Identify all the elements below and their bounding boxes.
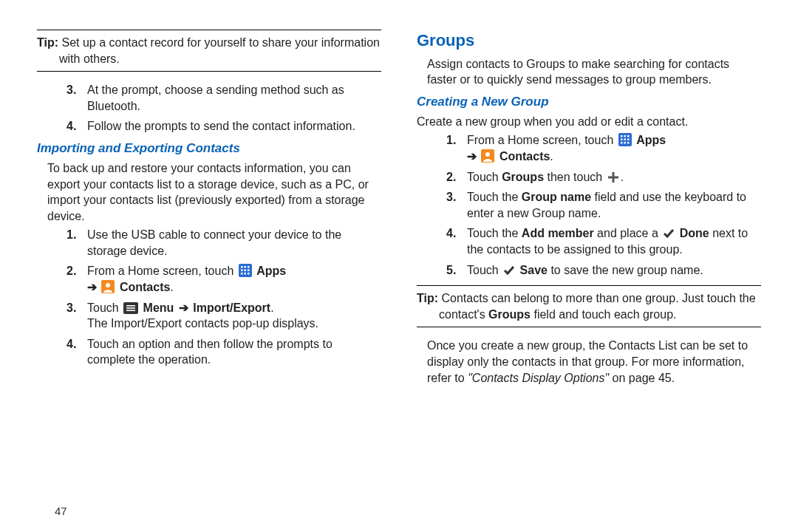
apps-icon — [239, 264, 252, 277]
svg-rect-1 — [241, 266, 243, 268]
step-text: Touch — [467, 171, 502, 183]
step-text: At the prompt, choose a sending method s… — [87, 83, 344, 112]
menu-label: Menu — [143, 301, 174, 314]
page-number: 47 — [55, 504, 67, 519]
svg-rect-5 — [244, 270, 246, 272]
apps-label: Apps — [256, 265, 286, 277]
step-3: Touch Menu ➔ Import/Export. The Import/E… — [66, 300, 381, 332]
subsection-heading: Importing and Exporting Contacts — [37, 140, 381, 157]
create-group-steps: From a Home screen, touch Apps ➔ — [417, 132, 761, 278]
svg-rect-18 — [624, 135, 626, 137]
svg-rect-29 — [608, 176, 618, 178]
step-3: At the prompt, choose a sending method s… — [66, 82, 381, 114]
step-text: Touch the — [467, 227, 522, 239]
step-1: Use the USB cable to connect your device… — [66, 227, 381, 259]
rule — [37, 30, 381, 30]
step-text: and place a — [597, 227, 661, 239]
step-text: Follow the prompts to send the contact i… — [87, 120, 355, 132]
manual-page: Tip: Set up a contact record for yoursel… — [0, 0, 798, 532]
rule — [37, 71, 381, 72]
svg-rect-21 — [624, 139, 626, 141]
tip-text: Set up a contact record for yourself to … — [59, 36, 380, 65]
groups-label: Groups — [502, 171, 544, 183]
checkmark-icon — [503, 265, 515, 276]
contacts-label: Contacts — [499, 150, 550, 163]
step-text: From a Home screen, touch — [87, 265, 237, 277]
svg-rect-4 — [241, 270, 243, 272]
svg-rect-6 — [248, 270, 250, 272]
svg-point-11 — [106, 283, 110, 287]
import-export-label: Import/Export — [193, 301, 270, 314]
svg-rect-2 — [244, 266, 246, 268]
svg-rect-9 — [248, 273, 250, 275]
step-text: Touch — [467, 264, 502, 276]
after-text: on page 45. — [613, 372, 675, 384]
after-note: Once you create a new group, the Contact… — [427, 338, 761, 386]
tip-block: Tip: Set up a contact record for yoursel… — [37, 35, 381, 66]
apps-icon — [618, 133, 632, 146]
step-2: From a Home screen, touch Apps ➔ — [66, 263, 381, 295]
step-text: Touch an option and then follow the prom… — [87, 338, 332, 366]
arrow-icon: ➔ — [467, 150, 477, 163]
step-4: Touch an option and then follow the prom… — [66, 336, 381, 368]
step-4: Touch the Add member and place a Done ne… — [446, 225, 761, 257]
subsection-heading: Creating a New Group — [417, 94, 761, 111]
svg-point-27 — [485, 152, 490, 157]
svg-rect-24 — [624, 142, 626, 144]
step-text: then touch — [547, 171, 605, 183]
step-2: Touch Groups then touch . — [446, 169, 761, 185]
rule — [417, 285, 761, 286]
step-text: Touch — [87, 301, 122, 314]
svg-rect-23 — [621, 142, 623, 144]
tip-label: Tip: — [37, 36, 58, 49]
step-text: to save the new group name. — [550, 264, 703, 276]
tip-text: field and touch each group. — [533, 308, 676, 321]
subsection-intro: To back up and restore your contacts inf… — [47, 160, 381, 224]
contacts-label: Contacts — [120, 281, 170, 293]
continued-steps: At the prompt, choose a sending method s… — [37, 82, 381, 134]
arrow-icon: ➔ — [87, 281, 97, 293]
done-label: Done — [680, 227, 709, 239]
group-name-label: Group name — [522, 191, 591, 203]
save-label: Save — [520, 264, 548, 276]
step-5: Touch Save to save the new group name. — [446, 262, 761, 279]
svg-rect-22 — [627, 139, 630, 141]
arrow-icon: ➔ — [179, 301, 188, 314]
svg-rect-20 — [621, 139, 623, 141]
svg-rect-17 — [621, 135, 623, 137]
svg-rect-19 — [627, 135, 630, 137]
menu-icon — [123, 302, 138, 314]
section-intro: Assign contacts to Groups to make search… — [427, 56, 761, 88]
contacts-icon — [481, 149, 494, 163]
checkmark-icon — [663, 228, 675, 239]
tip-label: Tip: — [417, 292, 438, 304]
contacts-icon — [101, 280, 115, 293]
step-text: Use the USB cable to connect your device… — [87, 228, 341, 257]
rule — [417, 327, 761, 327]
left-column: Tip: Set up a contact record for yoursel… — [37, 30, 381, 532]
step-text: Touch the — [467, 191, 522, 203]
svg-rect-7 — [241, 273, 243, 275]
groups-field-label: Groups — [488, 308, 531, 321]
svg-rect-3 — [248, 266, 250, 268]
step-4: Follow the prompts to send the contact i… — [66, 118, 381, 134]
svg-rect-25 — [627, 142, 630, 144]
svg-rect-15 — [126, 310, 135, 311]
step-1: From a Home screen, touch Apps ➔ — [446, 132, 761, 164]
step-text: From a Home screen, touch — [467, 134, 617, 146]
tip-block: Tip: Contacts can belong to more than on… — [417, 290, 761, 322]
right-column: Groups Assign contacts to Groups to make… — [417, 30, 761, 532]
svg-rect-13 — [126, 305, 135, 307]
svg-rect-14 — [126, 307, 135, 309]
plus-icon — [607, 171, 619, 183]
cross-reference: "Contacts Display Options" — [468, 372, 609, 384]
svg-rect-8 — [244, 273, 246, 275]
add-member-label: Add member — [522, 227, 594, 239]
apps-label: Apps — [636, 134, 666, 146]
import-export-steps: Use the USB cable to connect your device… — [37, 227, 381, 368]
subsection-intro: Create a new group when you add or edit … — [417, 114, 761, 130]
step-subtext: The Import/Export contacts pop-up displa… — [87, 316, 381, 332]
step-3: Touch the Group name field and use the k… — [446, 189, 761, 221]
section-heading: Groups — [417, 30, 761, 52]
